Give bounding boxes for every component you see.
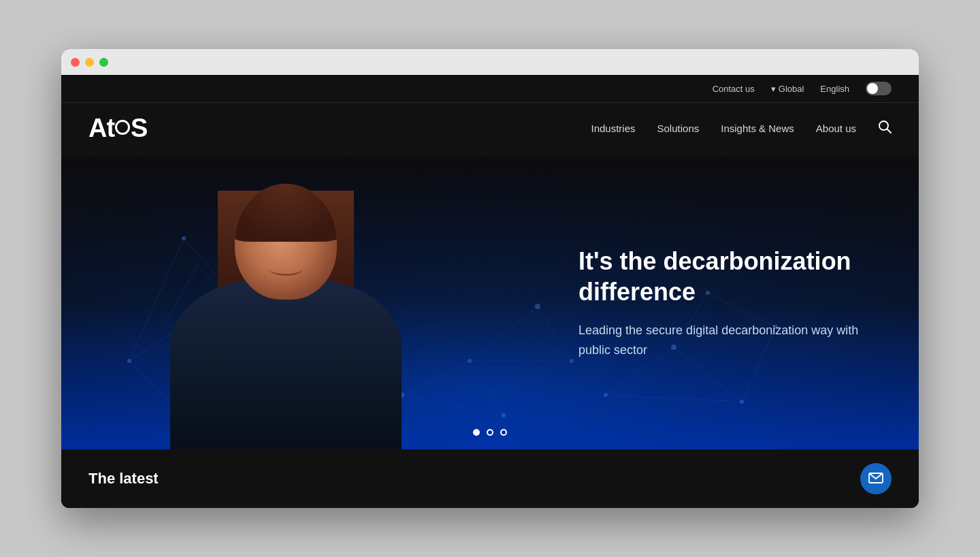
search-icon <box>878 120 892 137</box>
browser-titlebar <box>61 49 919 75</box>
svg-point-31 <box>502 413 506 417</box>
slider-dot-2[interactable] <box>487 429 493 436</box>
svg-point-34 <box>604 393 608 397</box>
chevron-down-icon: ▾ <box>771 84 776 94</box>
theme-toggle[interactable] <box>866 82 892 95</box>
browser-window: Contact us ▾ Global English AtS Industri… <box>61 49 919 508</box>
nav-links: Industries Solutions Insights & News Abo… <box>591 120 892 137</box>
hero-person-image <box>116 157 456 449</box>
toggle-knob <box>867 83 878 94</box>
email-button[interactable] <box>860 463 892 494</box>
bottom-bar: The latest <box>61 449 919 508</box>
logo-circle <box>115 120 130 135</box>
svg-point-32 <box>535 304 540 309</box>
slider-dot-1[interactable] <box>473 429 480 436</box>
nav-link-insights-news[interactable]: Insights & News <box>721 123 794 134</box>
logo-text-part2: S <box>131 114 147 143</box>
hero-content: It's the decarbonization difference Lead… <box>578 246 864 360</box>
site-wrapper: Contact us ▾ Global English AtS Industri… <box>61 75 919 508</box>
nav-link-about-us[interactable]: About us <box>816 123 856 134</box>
email-icon <box>868 471 883 487</box>
traffic-light-red[interactable] <box>71 58 80 67</box>
global-selector[interactable]: ▾ Global <box>771 84 804 94</box>
latest-label: The latest <box>88 470 159 488</box>
svg-point-33 <box>570 359 574 363</box>
main-nav: AtS Industries Solutions Insights & News… <box>61 103 919 157</box>
contact-us-link[interactable]: Contact us <box>713 84 755 94</box>
language-selector[interactable]: English <box>820 84 849 94</box>
nav-link-industries[interactable]: Industries <box>591 123 635 134</box>
traffic-light-yellow[interactable] <box>85 58 94 67</box>
hero-subtitle: Leading the secure digital decarbonizati… <box>578 321 864 360</box>
logo-text-part1: At <box>88 114 114 143</box>
atos-logo[interactable]: AtS <box>88 114 147 143</box>
search-button[interactable] <box>878 120 892 137</box>
slider-dot-3[interactable] <box>500 429 507 436</box>
nav-link-solutions[interactable]: Solutions <box>657 123 700 134</box>
utility-bar: Contact us ▾ Global English <box>61 75 919 103</box>
traffic-light-green[interactable] <box>99 58 108 67</box>
svg-point-36 <box>740 400 744 404</box>
svg-point-30 <box>468 359 472 363</box>
hero-title: It's the decarbonization difference <box>578 246 864 307</box>
slider-dots <box>473 429 507 436</box>
hero-section: It's the decarbonization difference Lead… <box>61 157 919 449</box>
svg-line-1 <box>887 129 892 133</box>
